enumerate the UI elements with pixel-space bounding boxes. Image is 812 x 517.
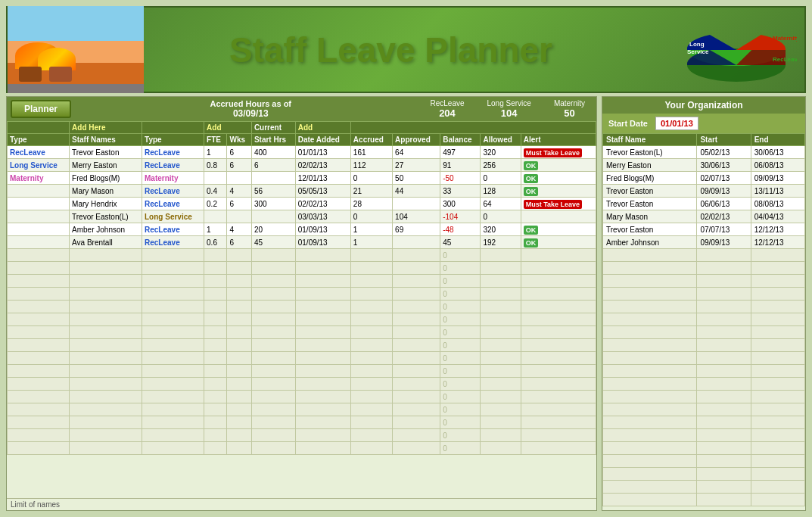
- org-row-empty: [603, 403, 805, 416]
- cell-start: 6: [251, 159, 295, 172]
- planner-table: Add Here Add Current Add Type Staff Name…: [7, 121, 596, 455]
- cell-empty: [70, 301, 142, 313]
- cell-empty: [481, 416, 521, 429]
- cell-type: RecLeave: [8, 146, 70, 159]
- cell-empty: 0: [440, 326, 481, 339]
- cell-empty: [481, 288, 521, 301]
- cell-allowed: 0: [481, 210, 521, 223]
- org-cell-end: 08/08/13: [751, 198, 804, 210]
- org-cell-empty: [603, 494, 697, 506]
- cell-staff: Fred Blogs(M): [70, 172, 142, 185]
- cell-empty: [295, 288, 350, 301]
- cell-empty: [227, 429, 251, 442]
- org-cell-empty: [751, 455, 804, 468]
- pie-chart-svg: Maternity Long Service RecLeave: [646, 8, 797, 92]
- table-row: Amber Johnson RecLeave 1 4 20 01/09/13 1…: [8, 223, 596, 236]
- cell-fte: 1: [204, 146, 227, 159]
- table-row-empty: 0: [8, 288, 596, 301]
- cell-approved: 44: [393, 185, 440, 198]
- start-date-row: Start Date 01/01/13: [602, 114, 805, 133]
- cell-empty: [227, 416, 251, 429]
- cell-allowed: 128: [481, 185, 521, 198]
- org-cell-end: 04/04/13: [751, 210, 804, 223]
- cell-empty: [393, 288, 440, 301]
- cell-empty: [70, 352, 142, 365]
- cell-empty: [8, 326, 70, 339]
- table-row: RecLeave Trevor Easton RecLeave 1 6 400 …: [8, 146, 596, 159]
- cell-empty: [481, 339, 521, 352]
- org-row-empty: [603, 442, 805, 455]
- cell-fte: [204, 172, 227, 185]
- cell-staff: Merry Easton: [70, 159, 142, 172]
- cell-empty: [8, 378, 70, 391]
- cell-ltype: Long Service: [142, 210, 204, 223]
- table-row: Mary Hendrix RecLeave 0.2 6 300 02/02/13…: [8, 198, 596, 210]
- start-date-label: Start Date: [608, 119, 648, 128]
- cell-empty: [251, 326, 295, 339]
- cell-empty: [204, 403, 227, 416]
- cell-empty: [350, 275, 392, 288]
- cell-empty: [481, 301, 521, 313]
- cell-empty: [8, 262, 70, 275]
- cell-approved: 64: [393, 146, 440, 159]
- cell-empty: [8, 416, 70, 429]
- cell-empty: [393, 365, 440, 378]
- cell-allowed: 0: [481, 172, 521, 185]
- th-type: Type: [8, 134, 70, 146]
- org-cell-staff: Mary Mason: [603, 210, 697, 223]
- cell-date: 01/09/13: [295, 236, 350, 249]
- maternity-value: 50: [554, 107, 585, 119]
- org-th-end: End: [751, 134, 804, 146]
- org-cell-empty: [603, 455, 697, 468]
- org-row-empty: [603, 313, 805, 326]
- cell-empty: [350, 403, 392, 416]
- cell-empty: [8, 249, 70, 262]
- org-cell-start: 05/02/13: [697, 146, 751, 159]
- table-row-empty: 0: [8, 365, 596, 378]
- cell-empty: 0: [440, 442, 481, 455]
- th-current: Current: [251, 122, 295, 134]
- app-title: Staff Leave Planner: [144, 30, 638, 70]
- cell-empty: [204, 249, 227, 262]
- cell-empty: [481, 378, 521, 391]
- org-cell-empty: [697, 301, 751, 313]
- table-row-empty: 0: [8, 249, 596, 262]
- org-cell-start: 06/06/13: [697, 198, 751, 210]
- cell-empty: [350, 352, 392, 365]
- cell-empty: [142, 403, 204, 416]
- cell-empty: [8, 429, 70, 442]
- org-cell-empty: [751, 275, 804, 288]
- cell-fte: 0.4: [204, 185, 227, 198]
- org-row-empty: [603, 301, 805, 313]
- table-row: Mary Mason RecLeave 0.4 4 56 05/05/13 21…: [8, 185, 596, 198]
- cell-empty: [251, 365, 295, 378]
- cell-empty: [70, 429, 142, 442]
- cell-empty: [251, 416, 295, 429]
- cell-empty: [521, 442, 596, 455]
- cell-alert: OK: [521, 185, 596, 198]
- cell-empty: [350, 339, 392, 352]
- cell-alert: OK: [521, 172, 596, 185]
- right-panel-title: Your Organization: [602, 97, 805, 114]
- cell-allowed: 64: [481, 198, 521, 210]
- org-cell-empty: [603, 301, 697, 313]
- planner-button[interactable]: Planner: [11, 100, 71, 118]
- table-row: Ava Brentall RecLeave 0.6 6 45 01/09/13 …: [8, 236, 596, 249]
- cell-empty: [350, 378, 392, 391]
- cell-staff: Trevor Easton(L): [70, 210, 142, 223]
- th-balance: Balance: [440, 134, 481, 146]
- table-row-empty: 0: [8, 391, 596, 403]
- cell-empty: [227, 391, 251, 403]
- cell-start: 400: [251, 146, 295, 159]
- longservice-summary: Long Service 104: [487, 99, 531, 119]
- cell-empty: [295, 249, 350, 262]
- cell-empty: [204, 442, 227, 455]
- org-cell-empty: [603, 339, 697, 352]
- cell-empty: [521, 429, 596, 442]
- org-header-row: Staff Name Start End: [603, 134, 805, 146]
- org-cell-empty: [751, 442, 804, 455]
- cell-accrued: 1: [350, 236, 392, 249]
- org-cell-empty: [697, 313, 751, 326]
- cell-empty: [8, 339, 70, 352]
- cell-empty: [295, 301, 350, 313]
